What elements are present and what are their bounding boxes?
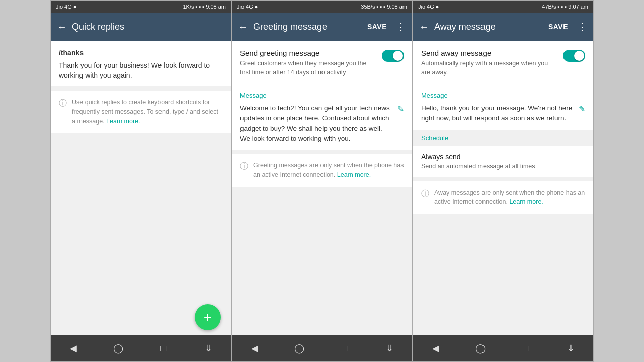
signal-icons-3: ▪ ▪ ▪ (557, 4, 567, 10)
status-left-1: Jio 4G ● (56, 4, 77, 10)
nav-menu-2[interactable]: ⇓ (379, 338, 399, 358)
status-right-3: 47B/s ▪ ▪ ▪ 9:07 am (542, 4, 588, 10)
time-1: 9:08 am (206, 4, 226, 10)
toggle-text-3: Send away message Automatically reply wi… (421, 49, 558, 77)
time-2: 9:08 am (387, 4, 407, 10)
content-1: /thanks Thank you for your business! We … (51, 41, 231, 305)
toggle-card-2: Send greeting message Greet customers wh… (232, 41, 412, 85)
page-title-3: Away message (434, 22, 543, 32)
toggle-row-2: Send greeting message Greet customers wh… (240, 49, 404, 77)
learn-more-link-3[interactable]: Learn more. (509, 198, 543, 205)
add-fab[interactable]: + (195, 304, 221, 330)
learn-more-link-1[interactable]: Learn more. (106, 118, 140, 125)
message-body-3: Hello, thank you for your message. We're… (421, 103, 585, 124)
message-section-2: Message Welcome to tech2! You can get al… (232, 85, 412, 150)
info-card-3: ⓘ Away messages are only sent when the p… (413, 181, 593, 214)
carrier-2: Jio 4G ● (237, 4, 258, 10)
page-title-2: Greeting message (253, 22, 362, 32)
content-3: Send away message Automatically reply wi… (413, 41, 593, 335)
nav-back-3[interactable]: ◀ (426, 338, 446, 358)
more-icon-2[interactable]: ⋮ (396, 21, 406, 33)
nav-recents-1[interactable]: □ (153, 338, 174, 358)
top-bar-1: ← Quick replies (51, 13, 231, 41)
info-card-2: ⓘ Greeting messages are only sent when t… (232, 154, 412, 187)
bottom-nav-3: ◀ ◯ □ ⇓ (413, 335, 593, 361)
speed-3: 47B/s (542, 4, 556, 10)
top-bar-3: ← Away message SAVE ⋮ (413, 13, 593, 41)
speed-1: 1K/s (183, 4, 194, 10)
message-label-2: Message (240, 92, 404, 99)
status-left-2: Jio 4G ● (237, 4, 258, 10)
nav-home-1[interactable]: ◯ (108, 338, 128, 358)
toggle-title-3: Send away message (421, 49, 558, 57)
shortcut-card: /thanks Thank you for your business! We … (51, 41, 231, 86)
info-icon-2: ⓘ (240, 161, 248, 172)
more-icon-3[interactable]: ⋮ (577, 21, 587, 33)
back-button-3[interactable]: ← (419, 21, 429, 33)
schedule-section: Always send Send an automated message at… (413, 146, 593, 177)
status-left-3: Jio 4G ● (418, 4, 439, 10)
signal-icons-2: ▪ ▪ ▪ (376, 4, 385, 10)
nav-back-2[interactable]: ◀ (245, 338, 265, 358)
toggle-title-2: Send greeting message (240, 49, 377, 57)
info-text-2: Greeting messages are only sent when the… (253, 161, 404, 180)
status-bar-1: Jio 4G ● 1K/s ▪ ▪ ▪ 9:08 am (51, 1, 231, 13)
back-button-2[interactable]: ← (238, 21, 248, 33)
carrier-1: Jio 4G ● (56, 4, 77, 10)
content-2: Send greeting message Greet customers wh… (232, 41, 412, 335)
schedule-title: Always send (421, 153, 585, 161)
message-text-2: Welcome to tech2! You can get all your t… (240, 103, 393, 144)
info-icon-1: ⓘ (59, 98, 67, 109)
message-text-3: Hello, thank you for your message. We're… (421, 103, 575, 124)
bottom-nav-2: ◀ ◯ □ ⇓ (232, 335, 412, 361)
info-text-1: Use quick replies to create keyboard sho… (72, 98, 223, 126)
message-body-2: Welcome to tech2! You can get all your t… (240, 103, 404, 144)
message-label-3: Message (421, 92, 585, 99)
status-bar-3: Jio 4G ● 47B/s ▪ ▪ ▪ 9:07 am (413, 1, 593, 13)
schedule-label: Schedule (413, 130, 593, 146)
nav-home-3[interactable]: ◯ (470, 338, 491, 358)
edit-icon-2[interactable]: ✎ (397, 103, 404, 115)
toggle-subtitle-3: Automatically reply with a message when … (421, 59, 558, 77)
toggle-text-2: Send greeting message Greet customers wh… (240, 49, 377, 77)
status-bar-2: Jio 4G ● 35B/s ▪ ▪ ▪ 9:08 am (232, 1, 412, 13)
nav-menu-3[interactable]: ⇓ (560, 338, 581, 358)
toggle-card-3: Send away message Automatically reply wi… (413, 41, 593, 85)
status-right-1: 1K/s ▪ ▪ ▪ 9:08 am (183, 4, 226, 10)
info-card-1: ⓘ Use quick replies to create keyboard s… (51, 90, 231, 133)
nav-back-1[interactable]: ◀ (63, 338, 84, 358)
time-3: 9:07 am (568, 4, 588, 10)
phone-away: Jio 4G ● 47B/s ▪ ▪ ▪ 9:07 am ← Away mess… (413, 0, 594, 362)
learn-more-link-2[interactable]: Learn more. (337, 171, 371, 178)
toggle-switch-3[interactable] (563, 50, 585, 62)
phone-greeting: Jio 4G ● 35B/s ▪ ▪ ▪ 9:08 am ← Greeting … (231, 0, 413, 362)
fab-container: + (51, 305, 231, 335)
save-button-3[interactable]: SAVE (548, 23, 568, 31)
save-button-2[interactable]: SAVE (367, 23, 387, 31)
nav-recents-3[interactable]: □ (516, 338, 536, 358)
toggle-row-3: Send away message Automatically reply wi… (421, 49, 585, 77)
toggle-subtitle-2: Greet customers when they message you th… (240, 59, 377, 77)
nav-recents-2[interactable]: □ (335, 338, 355, 358)
speed-2: 35B/s (361, 4, 375, 10)
phone-quick-replies: Jio 4G ● 1K/s ▪ ▪ ▪ 9:08 am ← Quick repl… (50, 0, 231, 362)
message-section-3: Message Hello, thank you for your messag… (413, 85, 593, 130)
status-right-2: 35B/s ▪ ▪ ▪ 9:08 am (361, 4, 407, 10)
back-button-1[interactable]: ← (57, 21, 67, 33)
reply-message: Thank you for your business! We look for… (59, 61, 223, 80)
top-bar-2: ← Greeting message SAVE ⋮ (232, 13, 412, 41)
carrier-3: Jio 4G ● (418, 4, 439, 10)
signal-icons-1: ▪ ▪ ▪ (195, 4, 204, 10)
info-text-3: Away messages are only sent when the pho… (434, 188, 585, 207)
page-title-1: Quick replies (72, 22, 225, 32)
nav-home-2[interactable]: ◯ (289, 338, 309, 358)
nav-menu-1[interactable]: ⇓ (198, 338, 218, 358)
info-icon-3: ⓘ (421, 189, 429, 199)
edit-icon-3[interactable]: ✎ (579, 103, 585, 115)
schedule-subtitle: Send an automated message at all times (421, 163, 585, 170)
toggle-switch-2[interactable] (382, 50, 404, 62)
bottom-nav-1: ◀ ◯ □ ⇓ (51, 335, 231, 361)
shortcut-text: /thanks (59, 49, 223, 57)
